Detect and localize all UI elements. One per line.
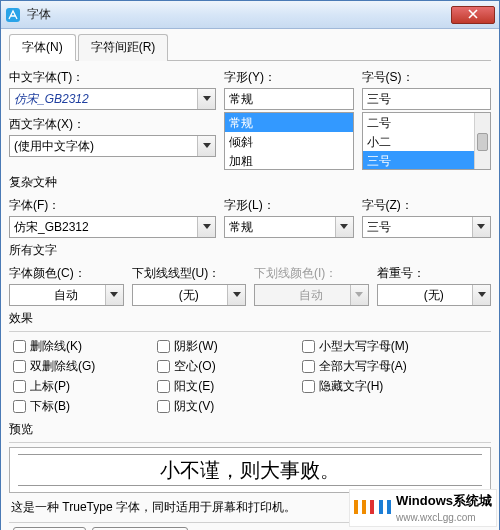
list-item[interactable]: 三号 xyxy=(363,151,490,170)
checkbox-dstrike[interactable]: 双删除线(G) xyxy=(13,358,145,375)
checkbox-label: 双删除线(G) xyxy=(30,358,95,375)
checkbox-superscript[interactable]: 上标(P) xyxy=(13,378,145,395)
list-item[interactable]: 常规 xyxy=(225,113,352,132)
style-value: 常规 xyxy=(229,91,253,108)
checkbox-label: 阴文(V) xyxy=(174,398,214,415)
preview-sample: 小不谨，则大事败。 xyxy=(160,457,340,484)
chevron-down-icon xyxy=(472,285,490,305)
preview-box: 小不谨，则大事败。 xyxy=(9,447,491,493)
checkbox-emboss[interactable]: 阳文(E) xyxy=(157,378,289,395)
western-font-value: (使用中文字体) xyxy=(14,138,94,155)
window-title: 字体 xyxy=(27,6,451,23)
size-input[interactable]: 三号 xyxy=(362,88,491,110)
chevron-down-icon xyxy=(227,285,245,305)
watermark: Windows系统城 www.wxcLgg.com xyxy=(349,489,497,527)
size-listbox[interactable]: 二号 小二 三号 xyxy=(362,112,491,170)
style-input[interactable]: 常规 xyxy=(224,88,353,110)
chevron-down-icon xyxy=(335,217,353,237)
scrollbar[interactable] xyxy=(474,113,490,169)
style-label: 字形(Y)： xyxy=(224,69,353,86)
size-label: 字号(S)： xyxy=(362,69,491,86)
app-icon xyxy=(5,7,21,23)
checkbox-allcaps[interactable]: 全部大写字母(A) xyxy=(302,358,487,375)
complex-group-title: 复杂文种 xyxy=(9,174,491,193)
emphasis-label: 着重号： xyxy=(377,265,492,282)
checkbox-label: 删除线(K) xyxy=(30,338,82,355)
zh-font-combo[interactable]: 仿宋_GB2312 xyxy=(9,88,216,110)
checkbox-strike[interactable]: 删除线(K) xyxy=(13,338,145,355)
checkbox-label: 阳文(E) xyxy=(174,378,214,395)
checkbox-hollow[interactable]: 空心(O) xyxy=(157,358,289,375)
effects-grid: 删除线(K) 阴影(W) 小型大写字母(M) 双删除线(G) 空心(O) 全部大… xyxy=(9,336,491,417)
list-item[interactable]: 加粗 xyxy=(225,151,352,170)
alltext-group-title: 所有文字 xyxy=(9,242,491,261)
complex-size-label: 字号(Z)： xyxy=(362,197,491,214)
complex-font-combo[interactable]: 仿宋_GB2312 xyxy=(9,216,216,238)
underline-color-combo: 自动 xyxy=(254,284,369,306)
underline-label: 下划线线型(U)： xyxy=(132,265,247,282)
emphasis-value: (无) xyxy=(424,287,444,304)
complex-font-label: 字体(F)： xyxy=(9,197,216,214)
close-icon xyxy=(468,8,478,22)
list-item[interactable]: 二号 xyxy=(363,113,490,132)
chevron-down-icon xyxy=(197,89,215,109)
effects-group-title: 效果 xyxy=(9,310,491,329)
complex-style-value: 常规 xyxy=(229,219,253,236)
separator xyxy=(9,442,491,443)
watermark-bars xyxy=(354,500,392,517)
chevron-down-icon xyxy=(472,217,490,237)
tab-font[interactable]: 字体(N) xyxy=(9,34,76,61)
zh-font-value: 仿宋_GB2312 xyxy=(14,91,89,108)
watermark-url: www.wxcLgg.com xyxy=(396,512,475,523)
complex-font-value: 仿宋_GB2312 xyxy=(14,219,89,236)
chevron-down-icon xyxy=(350,285,368,305)
style-listbox[interactable]: 常规 倾斜 加粗 xyxy=(224,112,353,170)
zh-font-label: 中文字体(T)： xyxy=(9,69,216,86)
underline-value: (无) xyxy=(179,287,199,304)
checkbox-smallcaps[interactable]: 小型大写字母(M) xyxy=(302,338,487,355)
checkbox-hidden[interactable]: 隐藏文字(H) xyxy=(302,378,487,395)
emphasis-combo[interactable]: (无) xyxy=(377,284,492,306)
close-button[interactable] xyxy=(451,6,495,24)
list-item[interactable]: 倾斜 xyxy=(225,132,352,151)
western-font-label: 西文字体(X)： xyxy=(9,116,216,133)
tab-spacing[interactable]: 字符间距(R) xyxy=(78,34,169,61)
underline-color-label: 下划线颜色(I)： xyxy=(254,265,369,282)
separator xyxy=(9,331,491,332)
list-item[interactable]: 小二 xyxy=(363,132,490,151)
size-value: 三号 xyxy=(367,91,391,108)
complex-style-combo[interactable]: 常规 xyxy=(224,216,353,238)
western-font-combo[interactable]: (使用中文字体) xyxy=(9,135,216,157)
font-color-value: 自动 xyxy=(54,287,78,304)
scrollbar-thumb[interactable] xyxy=(477,133,488,151)
checkbox-subscript[interactable]: 下标(B) xyxy=(13,398,145,415)
complex-style-label: 字形(L)： xyxy=(224,197,353,214)
underline-combo[interactable]: (无) xyxy=(132,284,247,306)
checkbox-label: 隐藏文字(H) xyxy=(319,378,384,395)
chevron-down-icon xyxy=(105,285,123,305)
checkbox-label: 下标(B) xyxy=(30,398,70,415)
font-color-combo[interactable]: 自动 xyxy=(9,284,124,306)
checkbox-label: 阴影(W) xyxy=(174,338,217,355)
color-label: 字体颜色(C)： xyxy=(9,265,124,282)
top-row: 中文字体(T)： 仿宋_GB2312 西文字体(X)： (使用中文字体) 字形(… xyxy=(9,67,491,170)
underline-color-value: 自动 xyxy=(299,287,323,304)
tab-strip: 字体(N) 字符间距(R) xyxy=(9,33,491,61)
font-dialog: 字体 字体(N) 字符间距(R) 中文字体(T)： 仿宋_GB2312 西文字体… xyxy=(0,0,500,530)
checkbox-label: 小型大写字母(M) xyxy=(319,338,409,355)
chevron-down-icon xyxy=(197,217,215,237)
watermark-brand: Windows系统城 xyxy=(396,493,492,508)
title-bar: 字体 xyxy=(1,1,499,29)
checkbox-label: 上标(P) xyxy=(30,378,70,395)
complex-size-combo[interactable]: 三号 xyxy=(362,216,491,238)
complex-size-value: 三号 xyxy=(367,219,391,236)
checkbox-label: 空心(O) xyxy=(174,358,215,375)
checkbox-shadow[interactable]: 阴影(W) xyxy=(157,338,289,355)
chevron-down-icon xyxy=(197,136,215,156)
checkbox-label: 全部大写字母(A) xyxy=(319,358,407,375)
client-area: 字体(N) 字符间距(R) 中文字体(T)： 仿宋_GB2312 西文字体(X)… xyxy=(1,29,499,530)
preview-group-title: 预览 xyxy=(9,421,491,440)
checkbox-engrave[interactable]: 阴文(V) xyxy=(157,398,289,415)
